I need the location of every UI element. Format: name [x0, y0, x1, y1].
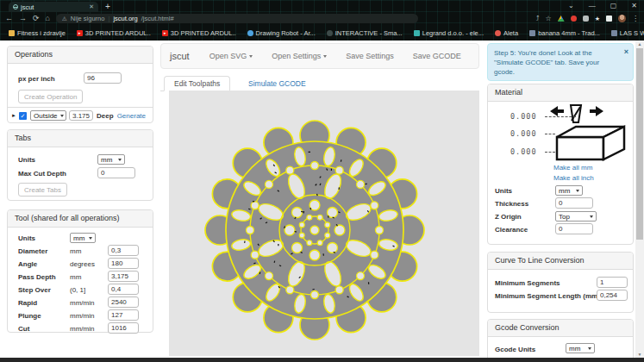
px-per-inch-label: px per inch: [18, 75, 55, 83]
tab-close-icon[interactable]: ✕: [89, 3, 94, 10]
forward-icon[interactable]: →: [19, 15, 27, 22]
star-extension-icon[interactable]: ★: [595, 16, 600, 22]
bookmark-item[interactable]: Legrand d.o.o. - ele...: [414, 29, 484, 37]
angle-input[interactable]: [108, 258, 139, 269]
material-units-select[interactable]: mm: [555, 185, 583, 196]
save-gcode-button[interactable]: Save GCODE: [403, 52, 471, 60]
screen: jscut ✕ + ⌄ — ▢ ✕ ← → ⟳ ⌂ ⚠ Nije sigurno…: [0, 0, 644, 362]
leader-line: [545, 116, 576, 117]
profile-avatar[interactable]: [618, 15, 626, 22]
globe-favicon-icon: [13, 4, 18, 9]
gcode-units-select[interactable]: mm: [566, 343, 595, 353]
generate-link[interactable]: Generate: [117, 112, 146, 120]
window-menu-icon[interactable]: ⌄: [568, 2, 574, 9]
tab-edit-toolpaths[interactable]: Edit Toolpaths: [164, 76, 230, 91]
open-settings-menu[interactable]: Open Settings: [262, 52, 336, 60]
bottom-z-value: 0.000: [510, 147, 537, 156]
pass-depth-input[interactable]: [108, 271, 139, 282]
tool-units-select[interactable]: mm: [70, 233, 96, 243]
toolpath-canvas[interactable]: [169, 90, 479, 356]
tool-bit-diagram-icon: [550, 103, 603, 124]
bookmark-item[interactable]: INTERACTIVE - Sma...: [327, 29, 403, 37]
create-tabs-button[interactable]: Create Tabs: [18, 183, 67, 197]
thickness-input[interactable]: [555, 197, 593, 209]
new-tab-button[interactable]: +: [105, 2, 110, 12]
mandala-svg[interactable]: [169, 90, 479, 356]
gray-extension-icon[interactable]: [583, 16, 589, 22]
bookmark-item[interactable]: Drawing Robot - Ar...: [247, 29, 316, 37]
make-all-mm-link[interactable]: Make all mm: [553, 164, 592, 172]
taskbar-edge: [0, 358, 644, 362]
tab-bar: jscut ✕ + ⌄ — ▢ ✕: [0, 0, 644, 12]
leader-line: [545, 134, 555, 134]
bookmark-item[interactable]: LAS S WS SW HIRS...: [611, 29, 644, 37]
create-operation-button[interactable]: Create Operation: [18, 90, 83, 103]
url-input[interactable]: ⚠ Nije sigurno | jscut.org /jscut.html#: [56, 14, 418, 23]
expand-operation-icon[interactable]: ►: [11, 113, 16, 118]
back-icon[interactable]: ←: [5, 15, 13, 22]
red-extension-icon[interactable]: [571, 16, 577, 22]
operation-type-select[interactable]: Outside: [30, 110, 66, 121]
page-scrollbar[interactable]: ▲ ▼: [635, 41, 644, 358]
bookmark-item[interactable]: ▸3D PRINTED ARDUL..: [77, 29, 151, 37]
px-per-inch-input[interactable]: [84, 72, 122, 84]
address-bar: ← → ⟳ ⌂ ⚠ Nije sigurno | jscut.org /jscu…: [0, 12, 644, 25]
tabs-units-select[interactable]: mm: [97, 154, 125, 165]
open-svg-menu[interactable]: Open SVG: [200, 52, 263, 60]
square-extension-icon[interactable]: [606, 16, 612, 22]
alert-close-icon[interactable]: ×: [624, 47, 628, 57]
operation-enabled-checkbox[interactable]: ✓: [19, 112, 27, 120]
min-segment-length-input[interactable]: [597, 290, 628, 301]
reload-icon[interactable]: ⟳: [33, 15, 40, 22]
save-settings-button[interactable]: Save Settings: [336, 52, 403, 60]
scroll-up-icon[interactable]: ▲: [635, 41, 644, 47]
step-over-input[interactable]: [108, 284, 139, 295]
caret-down-icon: [89, 237, 92, 240]
tabs-units-label: Units: [18, 156, 35, 164]
drive-extension-icon[interactable]: [558, 16, 565, 22]
url-path: /jscut.html#: [141, 15, 174, 22]
curve-panel-title: Curve To Line Conversion: [488, 253, 633, 270]
diameter-input[interactable]: [108, 245, 139, 256]
share-icon[interactable]: ⤴: [536, 15, 540, 22]
browser-tab[interactable]: jscut ✕: [9, 2, 98, 12]
window-minimize-icon[interactable]: —: [589, 2, 596, 9]
bookmark-item[interactable]: Fitness i zdravlje: [9, 29, 66, 37]
window-controls: ⌄ — ▢ ✕: [568, 0, 637, 11]
rapid-input[interactable]: [108, 296, 139, 308]
cut-input[interactable]: [108, 322, 139, 334]
window-close-icon[interactable]: ✕: [631, 2, 637, 9]
gcode-units-label: Gcode Units: [495, 346, 535, 353]
operation-depth-input[interactable]: [69, 110, 93, 121]
clearance-label: Clearance: [495, 226, 528, 234]
caret-down-icon: [588, 347, 591, 350]
home-icon[interactable]: ⌂: [46, 15, 50, 22]
jscut-brand[interactable]: jscut: [161, 51, 200, 61]
scrollbar-thumb[interactable]: [636, 48, 643, 240]
tab-simulate-gcode[interactable]: Simulate GCODE: [248, 76, 306, 91]
bookmark-item[interactable]: banana 4mm - Trad...: [529, 29, 600, 37]
clearance-input[interactable]: [555, 223, 593, 234]
make-all-inch-link[interactable]: Make all inch: [553, 174, 594, 182]
deep-label: Deep: [97, 112, 114, 120]
min-segment-length-label: Minimum Segment Length (mm): [495, 292, 600, 300]
tabs-panel: Tabs Units mm Max Cut Depth Create Tabs: [7, 129, 153, 201]
caret-down-icon: [590, 215, 593, 218]
bookmark-item[interactable]: Aleta: [495, 29, 518, 37]
kebab-menu-icon[interactable]: ⋮: [632, 15, 639, 22]
jscut-navbar: jscut Open SVG Open Settings Save Settin…: [160, 43, 479, 69]
site-favicon-icon: [611, 30, 617, 36]
caret-down-icon: [118, 159, 122, 161]
bookmark-star-icon[interactable]: ☆: [546, 15, 552, 22]
min-segments-input[interactable]: [597, 277, 628, 288]
scroll-down-icon[interactable]: ▼: [635, 352, 644, 357]
material-panel-title: Material: [488, 84, 633, 102]
plunge-input[interactable]: [108, 309, 139, 321]
max-cut-depth-input[interactable]: [97, 167, 135, 178]
jscut-page: Operations px per inch Create Operation …: [0, 41, 644, 358]
window-restore-icon[interactable]: ▢: [610, 2, 617, 9]
site-favicon-icon: [247, 30, 253, 36]
bookmark-item[interactable]: ▸3D PRINTED ARDUL..: [162, 29, 236, 37]
z-origin-select[interactable]: Top: [555, 211, 597, 222]
not-secure-warning-icon[interactable]: ⚠: [62, 16, 67, 22]
